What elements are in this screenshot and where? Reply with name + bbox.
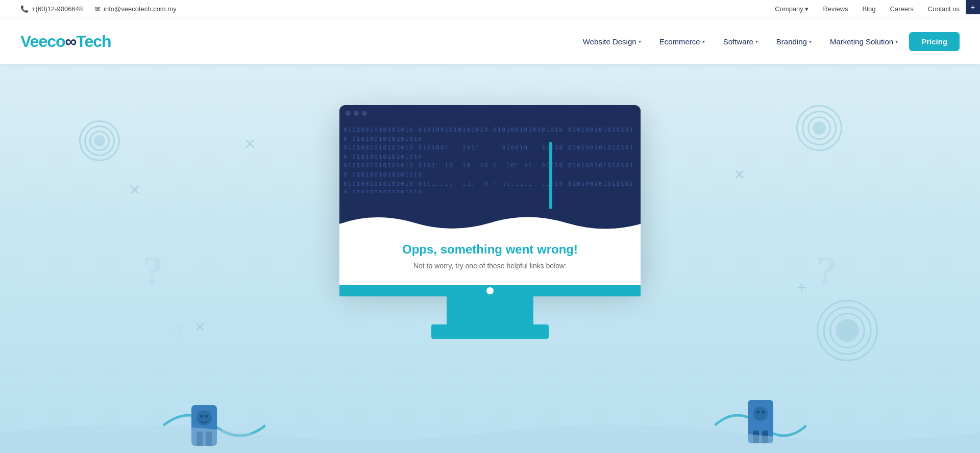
monitor-base-wrap [431, 324, 549, 339]
monitor-illustration: 0101001010101010 0101001010101010 010100… [339, 105, 641, 339]
branding-chevron: ▾ [809, 39, 812, 44]
logo-infinity: ∞ [65, 32, 77, 51]
company-nav-link[interactable]: Company ▾ [775, 5, 808, 13]
contact-nav-link[interactable]: Contact us [928, 5, 960, 13]
logo[interactable]: Veeco∞Tech [20, 32, 111, 51]
reviews-nav-link[interactable]: Reviews [823, 5, 848, 13]
phone-icon: 📞 [20, 5, 29, 13]
cursor-blink [549, 142, 552, 209]
email-icon: ✉ [95, 5, 101, 13]
corner-toggle-button[interactable]: + [966, 0, 980, 14]
monitor-stand-bar [339, 285, 641, 296]
corner-toggle-icon: + [971, 3, 975, 11]
email-address: info@veecotech.com.my [104, 5, 177, 13]
monitor-neck [462, 296, 518, 324]
deco-q-left: ? [143, 248, 163, 294]
nav-software[interactable]: Software ▾ [716, 33, 765, 50]
deco-circles-left [79, 120, 120, 161]
software-label: Software [723, 37, 753, 46]
monitor-body: 0101001010101010 0101001010101010 010100… [339, 105, 641, 285]
hero-section: ✕ ✕ ✕ ✕ ? ? ? + 0101001010101010 0101001… [0, 64, 980, 453]
email-info: ✉ info@veecotech.com.my [95, 5, 177, 13]
deco-x-bottomleft: ✕ [194, 319, 206, 336]
top-bar-contact: 📞 +(60)12-9006648 ✉ info@veecotech.com.m… [20, 5, 177, 13]
ground-wave [0, 412, 980, 453]
error-code: 404 [355, 132, 625, 209]
monitor-stand-dot [486, 287, 494, 294]
main-nav: Website Design ▾ Ecommerce ▾ Software ▾ … [576, 32, 960, 51]
oops-message: Opps, something went wrong! [355, 242, 625, 257]
logo-dark-text: Veeco [20, 32, 65, 51]
logo-light-text: Tech [76, 32, 111, 51]
nav-branding[interactable]: Branding ▾ [769, 33, 819, 50]
deco-x-topright: ✕ [733, 166, 745, 183]
titlebar-btn-1 [346, 111, 351, 116]
header: Veeco∞Tech Website Design ▾ Ecommerce ▾ … [0, 18, 980, 64]
ecommerce-chevron: ▾ [702, 39, 705, 44]
deco-circles-right-bottom [817, 300, 878, 361]
pricing-button[interactable]: Pricing [909, 32, 960, 51]
marketing-solution-label: Marketing Solution [830, 37, 893, 46]
nav-marketing-solution[interactable]: Marketing Solution ▾ [823, 33, 905, 50]
deco-q-right: ? [817, 248, 837, 294]
phone-number: +(60)12-9006648 [32, 5, 83, 13]
branding-label: Branding [776, 37, 807, 46]
top-bar: 📞 +(60)12-9006648 ✉ info@veecotech.com.m… [0, 0, 980, 18]
titlebar-btn-2 [354, 111, 359, 116]
monitor-screen: 0101001010101010 0101001010101010 010100… [339, 121, 641, 285]
website-design-chevron: ▾ [639, 39, 641, 44]
screen-content: Opps, something went wrong! Not to worry… [339, 234, 641, 285]
careers-nav-link[interactable]: Careers [890, 5, 914, 13]
marketing-solution-chevron: ▾ [895, 39, 898, 44]
phone-info: 📞 +(60)12-9006648 [20, 5, 83, 13]
titlebar-btn-3 [362, 111, 367, 116]
ecommerce-label: Ecommerce [659, 37, 700, 46]
deco-q-left-small: ? [174, 319, 184, 343]
deco-plus: + [797, 279, 806, 297]
helpful-links-text: Not to worry, try one of these helpful l… [355, 262, 625, 270]
nav-website-design[interactable]: Website Design ▾ [576, 33, 648, 50]
monitor-base [431, 324, 549, 339]
software-chevron: ▾ [755, 39, 758, 44]
monitor-neck-wrap [462, 296, 518, 324]
nav-ecommerce[interactable]: Ecommerce ▾ [652, 33, 712, 50]
deco-x-left: ✕ [129, 182, 140, 198]
deco-circles-right-top [796, 105, 842, 151]
error-404-number: 404 [428, 127, 548, 211]
website-design-label: Website Design [583, 37, 636, 46]
deco-x-topleft: ✕ [244, 136, 256, 153]
top-bar-nav: Company ▾ Reviews Blog Careers Contact u… [775, 5, 960, 13]
error-404-display: 404 [339, 121, 641, 214]
monitor-titlebar [339, 105, 641, 121]
blog-nav-link[interactable]: Blog [863, 5, 876, 13]
